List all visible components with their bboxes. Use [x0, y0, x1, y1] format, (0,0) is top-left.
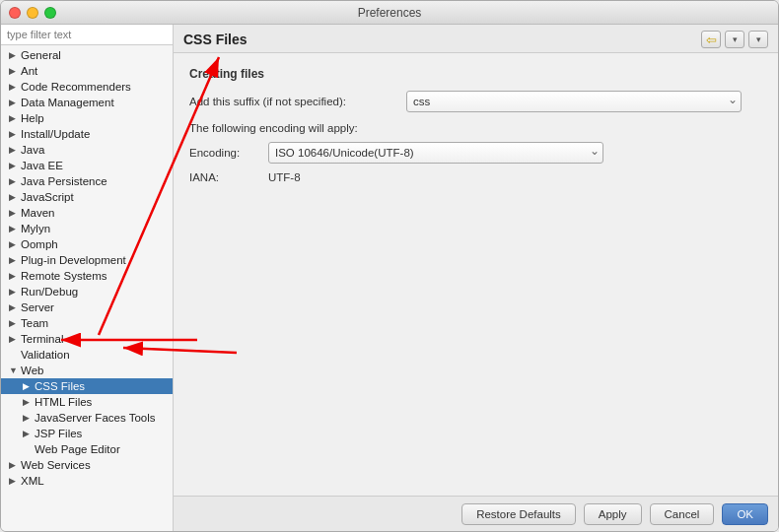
suffix-select-wrapper: css	[406, 91, 742, 112]
expand-arrow: ▶	[9, 192, 19, 202]
expand-arrow: ▶	[9, 66, 19, 76]
sidebar-item-maven[interactable]: ▶ Maven	[1, 205, 173, 221]
encoding-select-wrapper: ISO 10646/Unicode(UTF-8)	[268, 142, 603, 164]
expand-arrow: ▶	[9, 176, 19, 186]
sidebar-label-jsf-tools: JavaServer Faces Tools	[35, 412, 156, 424]
suffix-row: Add this suffix (if not specified): css	[189, 91, 762, 112]
sidebar-item-web[interactable]: ▼ Web	[1, 363, 173, 378]
sidebar-item-help[interactable]: ▶ Help	[1, 110, 173, 126]
expand-arrow: ▶	[23, 381, 33, 391]
sidebar-item-server[interactable]: ▶ Server	[1, 299, 173, 315]
expand-arrow: ▶	[9, 129, 19, 139]
sidebar-label-code-recommenders: Code Recommenders	[21, 81, 131, 93]
sidebar-label-javascript: JavaScript	[21, 191, 74, 203]
sidebar-label-oomph: Oomph	[21, 238, 58, 250]
back-button[interactable]: ⇦	[701, 31, 721, 48]
sidebar-label-validation: Validation	[21, 349, 70, 361]
sidebar-label-terminal: Terminal	[21, 333, 63, 345]
sidebar-item-css-files[interactable]: ▶ CSS Files	[1, 378, 173, 394]
main-area: ▶ General ▶ Ant ▶ Code Recommenders ▶ Da…	[1, 25, 778, 531]
sidebar-label-server: Server	[21, 301, 54, 313]
expand-arrow	[23, 444, 33, 454]
sidebar-item-java[interactable]: ▶ Java	[1, 142, 173, 158]
content-panel: CSS Files ⇦ ▾ ▾ Creating files Add this …	[174, 25, 778, 531]
expand-arrow: ▶	[9, 161, 19, 170]
content-toolbar: ⇦ ▾ ▾	[701, 31, 768, 48]
suffix-select[interactable]: css	[406, 91, 742, 112]
sidebar-item-remote-systems[interactable]: ▶ Remote Systems	[1, 268, 173, 284]
sidebar-tree: ▶ General ▶ Ant ▶ Code Recommenders ▶ Da…	[1, 45, 173, 531]
sidebar-item-oomph[interactable]: ▶ Oomph	[1, 236, 173, 252]
minimize-button[interactable]	[27, 7, 38, 19]
content-header: CSS Files ⇦ ▾ ▾	[174, 25, 778, 53]
expand-arrow: ▶	[9, 145, 19, 155]
sidebar-item-java-ee[interactable]: ▶ Java EE	[1, 158, 173, 173]
sidebar-item-jsf-tools[interactable]: ▶ JavaServer Faces Tools	[1, 410, 173, 426]
preferences-window: Preferences ▶ General ▶ Ant ▶ Code R	[0, 0, 779, 532]
sidebar-label-data-management: Data Management	[21, 97, 114, 108]
expand-arrow: ▶	[23, 397, 33, 407]
expand-arrow: ▶	[9, 255, 19, 265]
expand-arrow: ▶	[9, 271, 19, 281]
ok-button[interactable]: OK	[722, 503, 768, 525]
sidebar-item-general[interactable]: ▶ General	[1, 47, 173, 63]
section-creating-files: Creating files	[189, 67, 762, 81]
maximize-button[interactable]	[44, 7, 56, 19]
window-title: Preferences	[358, 6, 422, 20]
sidebar-item-web-services[interactable]: ▶ Web Services	[1, 457, 173, 473]
encoding-select[interactable]: ISO 10646/Unicode(UTF-8)	[268, 142, 603, 164]
sidebar-item-install-update[interactable]: ▶ Install/Update	[1, 126, 173, 142]
cancel-button[interactable]: Cancel	[650, 503, 715, 525]
toolbar-dropdown[interactable]: ▾	[725, 31, 744, 48]
sidebar-item-mylyn[interactable]: ▶ Mylyn	[1, 221, 173, 236]
bottom-bar: Restore Defaults Apply Cancel OK	[174, 496, 778, 531]
encoding-key: Encoding:	[189, 147, 268, 159]
sidebar-label-css-files: CSS Files	[35, 380, 85, 392]
sidebar-label-web: Web	[21, 365, 43, 376]
expand-arrow: ▶	[9, 82, 19, 92]
apply-button[interactable]: Apply	[584, 503, 642, 525]
sidebar-item-run-debug[interactable]: ▶ Run/Debug	[1, 284, 173, 299]
encoding-row: Encoding: ISO 10646/Unicode(UTF-8)	[189, 142, 762, 164]
expand-arrow: ▶	[9, 113, 19, 123]
sidebar-item-validation[interactable]: Validation	[1, 347, 173, 363]
content-body: Creating files Add this suffix (if not s…	[174, 53, 778, 496]
sidebar-item-data-management[interactable]: ▶ Data Management	[1, 95, 173, 110]
sidebar-label-remote-systems: Remote Systems	[21, 270, 107, 282]
expand-arrow: ▶	[23, 429, 33, 438]
sidebar-item-web-page-editor[interactable]: Web Page Editor	[1, 441, 173, 457]
expand-arrow: ▼	[9, 366, 19, 375]
sidebar-label-jsp-files: JSP Files	[35, 428, 82, 439]
expand-arrow	[9, 350, 19, 360]
sidebar-label-plugin-development: Plug-in Development	[21, 254, 126, 266]
suffix-label: Add this suffix (if not specified):	[189, 96, 406, 107]
sidebar-label-general: General	[21, 49, 61, 61]
sidebar-item-plugin-development[interactable]: ▶ Plug-in Development	[1, 252, 173, 268]
sidebar-label-ant: Ant	[21, 65, 37, 77]
sidebar-item-terminal[interactable]: ▶ Terminal	[1, 331, 173, 347]
sidebar-item-xml[interactable]: ▶ XML	[1, 473, 173, 489]
window-controls	[9, 7, 56, 19]
sidebar-label-maven: Maven	[21, 207, 55, 219]
close-button[interactable]	[9, 7, 21, 19]
sidebar-item-jsp-files[interactable]: ▶ JSP Files	[1, 426, 173, 441]
sidebar-item-html-files[interactable]: ▶ HTML Files	[1, 394, 173, 410]
sidebar-item-ant[interactable]: ▶ Ant	[1, 63, 173, 79]
sidebar-label-web-services: Web Services	[21, 459, 91, 471]
expand-arrow: ▶	[9, 302, 19, 312]
iana-row: IANA: UTF-8	[189, 171, 762, 183]
sidebar-item-code-recommenders[interactable]: ▶ Code Recommenders	[1, 79, 173, 95]
encoding-intro: The following encoding will apply:	[189, 122, 762, 134]
restore-defaults-button[interactable]: Restore Defaults	[461, 503, 576, 525]
sidebar-label-help: Help	[21, 112, 44, 124]
forward-button[interactable]: ▾	[748, 31, 768, 48]
sidebar-item-java-persistence[interactable]: ▶ Java Persistence	[1, 173, 173, 189]
filter-input[interactable]	[1, 25, 173, 45]
sidebar-item-team[interactable]: ▶ Team	[1, 315, 173, 331]
expand-arrow: ▶	[9, 239, 19, 249]
iana-value: UTF-8	[268, 171, 301, 183]
sidebar-label-run-debug: Run/Debug	[21, 286, 78, 298]
expand-arrow: ▶	[9, 334, 19, 344]
expand-arrow: ▶	[9, 50, 19, 60]
sidebar-item-javascript[interactable]: ▶ JavaScript	[1, 189, 173, 205]
